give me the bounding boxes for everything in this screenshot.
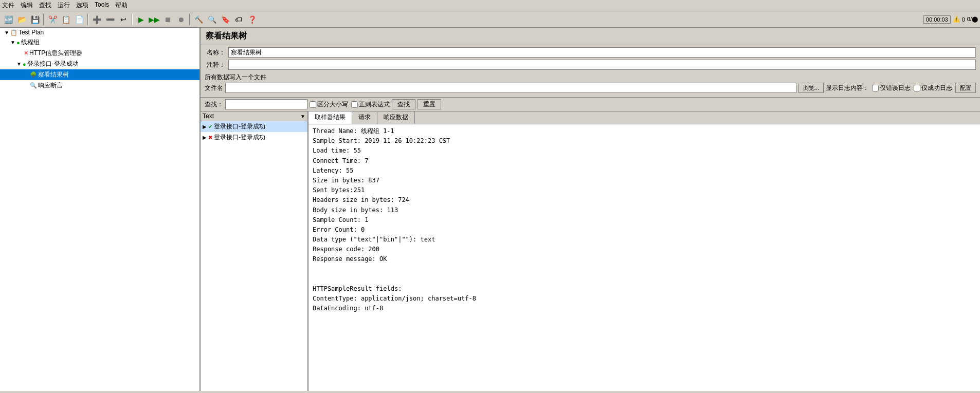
toolbar-copy[interactable]: 📋: [60, 13, 72, 26]
name-label: 名称：: [205, 48, 225, 57]
toolbar-play-all[interactable]: ▶▶: [148, 13, 160, 26]
sample-list-header: Text ▼: [201, 111, 307, 121]
name-input[interactable]: [228, 47, 976, 58]
find-btn[interactable]: 查找: [392, 99, 415, 109]
left-panel: ▼ 📋 Test Plan ▼ ● 线程组 ✕ HTTP信息头管理器 ▼ ● 登…: [0, 28, 201, 391]
toolbar-sep4: [189, 14, 190, 25]
toolbar-cut[interactable]: ✂️: [46, 13, 59, 26]
reset-btn[interactable]: 重置: [418, 99, 441, 109]
tree-label-test-plan: Test Plan: [19, 29, 44, 36]
toolbar-hammer[interactable]: 🔨: [192, 13, 205, 26]
menu-help[interactable]: 帮助: [115, 1, 128, 10]
toolbar-help[interactable]: ❓: [246, 13, 258, 26]
regex-label: 正则表达式: [359, 100, 390, 109]
regex-checkbox[interactable]: [351, 101, 358, 108]
result-line-2: Sample Start: 2019-11-26 10:22:23 CST: [313, 136, 976, 146]
write-note: 所有数据写入一个文件: [205, 72, 976, 83]
panel-title: 察看结果树: [201, 28, 980, 45]
result-line-17: HTTPSampleResult fields:: [313, 284, 976, 294]
expand-btn[interactable]: ▼: [16, 61, 22, 67]
sample-list-dropdown[interactable]: ▼: [300, 114, 305, 119]
tab-sampler-result[interactable]: 取样器结果: [308, 111, 352, 124]
toolbar-search[interactable]: 🔍: [206, 13, 218, 26]
toolbar-record[interactable]: ⏺: [175, 13, 187, 26]
menu-run[interactable]: 运行: [58, 1, 70, 10]
tree-item-test-plan[interactable]: ▼ 📋 Test Plan: [0, 28, 199, 37]
sample-item-2[interactable]: ▶ ✖ 登录接口-登录成功: [201, 132, 307, 143]
result-panel: 取样器结果 请求 响应数据 Thread Name: 线程组 1-1 Sampl…: [308, 111, 980, 391]
regex-option[interactable]: 正则表达式: [351, 100, 390, 109]
timer-display: 00:00:03: [923, 15, 951, 24]
toolbar-open[interactable]: 📂: [15, 13, 28, 26]
toolbar-new[interactable]: 🆕: [2, 13, 14, 26]
toolbar-sep1: [43, 14, 44, 25]
only-error-option[interactable]: 仅错误日志: [872, 84, 911, 92]
result-line-3: Load time: 55: [313, 146, 976, 156]
toolbar-save[interactable]: 💾: [29, 13, 41, 26]
toolbar-tag[interactable]: 🏷: [232, 13, 245, 26]
result-line-15: [313, 265, 976, 274]
tab-response-data[interactable]: 响应数据: [377, 111, 415, 124]
search-input[interactable]: [225, 99, 307, 109]
expand-icon-2[interactable]: ▶: [203, 135, 207, 140]
success-icon-1: ✔: [208, 124, 212, 129]
tree-item-result-tree[interactable]: 🌳 察看结果树: [0, 69, 199, 80]
toolbar-stop[interactable]: ⏹: [161, 13, 174, 26]
sample-item-1[interactable]: ▶ ✔ 登录接口-登录成功: [201, 121, 307, 132]
tree-item-thread-group[interactable]: ▼ ● 线程组: [0, 37, 199, 48]
tab-request[interactable]: 请求: [352, 111, 377, 124]
tree-icon-thread-group: ●: [16, 40, 20, 46]
toolbar-undo[interactable]: ↩: [117, 13, 130, 26]
timer-area: 00:00:03 ⚠️ 0 0/⬤: [923, 15, 978, 24]
result-line-11: Error Count: 0: [313, 225, 976, 235]
toolbar-bookmark[interactable]: 🔖: [219, 13, 231, 26]
tree-icon-result-tree: 🌳: [30, 71, 37, 78]
comment-label: 注释：: [205, 61, 225, 69]
sample-label-1: 登录接口-登录成功: [214, 122, 265, 131]
search-options: 区分大小写 正则表达式: [310, 100, 390, 109]
only-success-option[interactable]: 仅成功日志: [914, 84, 952, 92]
menu-bar: 文件 编辑 查找 运行 选项 Tools 帮助: [0, 0, 980, 11]
toolbar-play[interactable]: ▶: [135, 13, 147, 26]
case-option[interactable]: 区分大小写: [310, 100, 348, 109]
tree-item-login[interactable]: ▼ ● 登录接口-登录成功: [0, 59, 199, 69]
result-line-7: Sent bytes:251: [313, 185, 976, 195]
expand-btn[interactable]: ▼: [10, 40, 15, 45]
toolbar-add[interactable]: ➕: [90, 13, 103, 26]
only-error-checkbox[interactable]: [872, 85, 879, 91]
menu-edit[interactable]: 编辑: [21, 1, 33, 10]
only-error-label: 仅错误日志: [880, 84, 911, 92]
only-success-checkbox[interactable]: [914, 85, 920, 91]
comment-input[interactable]: [228, 60, 976, 70]
error-count: 0/⬤: [967, 16, 978, 23]
toolbar: 🆕 📂 💾 ✂️ 📋 📄 ➕ ➖ ↩ ▶ ▶▶ ⏹ ⏺ 🔨 🔍 🔖 🏷 ❓ 00…: [0, 11, 980, 28]
tree-label-login: 登录接口-登录成功: [27, 60, 79, 68]
menu-options[interactable]: 选项: [76, 1, 88, 10]
result-line-4: Connect Time: 7: [313, 156, 976, 166]
result-line-16: [313, 274, 976, 284]
case-checkbox[interactable]: [310, 101, 316, 108]
toolbar-sep3: [132, 14, 133, 25]
file-row: 文件名 浏览... 显示日志内容： 仅错误日志 仅成功日志 配置: [205, 83, 976, 93]
menu-file[interactable]: 文件: [2, 1, 14, 10]
tree-icon-login: ●: [23, 61, 26, 67]
name-row: 名称：: [205, 47, 976, 58]
expand-icon-1[interactable]: ▶: [203, 124, 207, 129]
result-line-10: Sample Count: 1: [313, 215, 976, 225]
toolbar-remove[interactable]: ➖: [104, 13, 116, 26]
error-icon-2: ✖: [208, 135, 212, 140]
result-line-12: Data type ("text"|"bin"|""): text: [313, 235, 976, 245]
browse-btn[interactable]: 浏览...: [798, 83, 824, 93]
sample-list: Text ▼ ▶ ✔ 登录接口-登录成功 ▶ ✖ 登录接口-登录成功: [201, 111, 308, 391]
tree-item-http-header[interactable]: ✕ HTTP信息头管理器: [0, 48, 199, 59]
config-btn[interactable]: 配置: [955, 83, 976, 93]
file-input[interactable]: [225, 83, 796, 93]
expand-btn[interactable]: ▼: [4, 30, 9, 35]
menu-find[interactable]: 查找: [39, 1, 51, 10]
menu-tools[interactable]: Tools: [95, 1, 109, 10]
warning-icon: ⚠️: [953, 16, 960, 23]
tree-label-thread-group: 线程组: [21, 38, 40, 47]
tree-label-assertion: 响应断言: [38, 81, 63, 90]
toolbar-paste[interactable]: 📄: [73, 13, 85, 26]
tree-item-assertion[interactable]: 🔍 响应断言: [0, 80, 199, 91]
